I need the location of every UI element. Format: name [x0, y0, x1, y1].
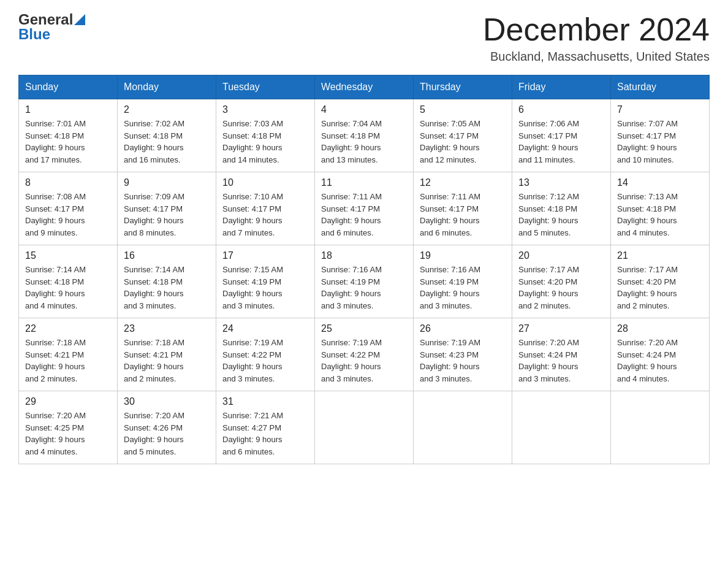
day-info: Sunrise: 7:21 AM Sunset: 4:27 PM Dayligh…	[222, 410, 308, 458]
day-info: Sunrise: 7:20 AM Sunset: 4:24 PM Dayligh…	[518, 337, 604, 385]
page-header: General Blue December 2024 Buckland, Mas…	[18, 12, 710, 64]
day-number: 5	[420, 104, 506, 115]
day-info: Sunrise: 7:01 AM Sunset: 4:18 PM Dayligh…	[25, 118, 111, 166]
day-info: Sunrise: 7:09 AM Sunset: 4:17 PM Dayligh…	[124, 191, 210, 239]
calendar-cell: 31 Sunrise: 7:21 AM Sunset: 4:27 PM Dayl…	[216, 391, 315, 464]
calendar-cell: 10 Sunrise: 7:10 AM Sunset: 4:17 PM Dayl…	[216, 172, 315, 245]
day-number: 17	[222, 250, 308, 261]
calendar-cell: 19 Sunrise: 7:16 AM Sunset: 4:19 PM Dayl…	[414, 245, 512, 318]
day-info: Sunrise: 7:18 AM Sunset: 4:21 PM Dayligh…	[124, 337, 210, 385]
day-info: Sunrise: 7:12 AM Sunset: 4:18 PM Dayligh…	[518, 191, 604, 239]
weekday-header-row: SundayMondayTuesdayWednesdayThursdayFrid…	[19, 75, 710, 99]
day-number: 11	[321, 177, 407, 188]
day-info: Sunrise: 7:17 AM Sunset: 4:20 PM Dayligh…	[518, 264, 604, 312]
day-info: Sunrise: 7:14 AM Sunset: 4:18 PM Dayligh…	[25, 264, 111, 312]
calendar-cell: 24 Sunrise: 7:19 AM Sunset: 4:22 PM Dayl…	[216, 318, 315, 391]
calendar-cell: 11 Sunrise: 7:11 AM Sunset: 4:17 PM Dayl…	[315, 172, 414, 245]
calendar-week-row-5: 29 Sunrise: 7:20 AM Sunset: 4:25 PM Dayl…	[19, 391, 710, 464]
calendar-cell: 22 Sunrise: 7:18 AM Sunset: 4:21 PM Dayl…	[19, 318, 118, 391]
calendar-cell: 17 Sunrise: 7:15 AM Sunset: 4:19 PM Dayl…	[216, 245, 315, 318]
calendar-cell: 12 Sunrise: 7:11 AM Sunset: 4:17 PM Dayl…	[414, 172, 512, 245]
day-info: Sunrise: 7:19 AM Sunset: 4:23 PM Dayligh…	[420, 337, 506, 385]
calendar-cell	[512, 391, 611, 464]
day-number: 29	[25, 396, 111, 407]
calendar-cell: 6 Sunrise: 7:06 AM Sunset: 4:17 PM Dayli…	[512, 99, 611, 172]
day-number: 3	[222, 104, 308, 115]
calendar-cell: 5 Sunrise: 7:05 AM Sunset: 4:17 PM Dayli…	[414, 99, 512, 172]
calendar-cell: 2 Sunrise: 7:02 AM Sunset: 4:18 PM Dayli…	[118, 99, 216, 172]
calendar-cell: 25 Sunrise: 7:19 AM Sunset: 4:22 PM Dayl…	[315, 318, 414, 391]
day-number: 30	[124, 396, 210, 407]
day-info: Sunrise: 7:11 AM Sunset: 4:17 PM Dayligh…	[420, 191, 506, 239]
day-info: Sunrise: 7:18 AM Sunset: 4:21 PM Dayligh…	[25, 337, 111, 385]
day-number: 26	[420, 323, 506, 334]
day-number: 7	[617, 104, 703, 115]
logo-triangle-icon	[74, 14, 85, 25]
day-number: 22	[25, 323, 111, 334]
day-info: Sunrise: 7:20 AM Sunset: 4:26 PM Dayligh…	[124, 410, 210, 458]
day-info: Sunrise: 7:06 AM Sunset: 4:17 PM Dayligh…	[518, 118, 604, 166]
day-number: 1	[25, 104, 111, 115]
logo-blue-text: Blue	[18, 26, 50, 43]
calendar-cell: 13 Sunrise: 7:12 AM Sunset: 4:18 PM Dayl…	[512, 172, 611, 245]
day-number: 31	[222, 396, 308, 407]
weekday-header-tuesday: Tuesday	[216, 75, 315, 99]
day-number: 28	[617, 323, 703, 334]
calendar-cell: 4 Sunrise: 7:04 AM Sunset: 4:18 PM Dayli…	[315, 99, 414, 172]
day-info: Sunrise: 7:04 AM Sunset: 4:18 PM Dayligh…	[321, 118, 407, 166]
location-subtitle: Buckland, Massachusetts, United States	[483, 50, 710, 64]
calendar-cell	[414, 391, 512, 464]
calendar-week-row-4: 22 Sunrise: 7:18 AM Sunset: 4:21 PM Dayl…	[19, 318, 710, 391]
day-info: Sunrise: 7:16 AM Sunset: 4:19 PM Dayligh…	[420, 264, 506, 312]
day-info: Sunrise: 7:08 AM Sunset: 4:17 PM Dayligh…	[25, 191, 111, 239]
day-number: 14	[617, 177, 703, 188]
day-number: 13	[518, 177, 604, 188]
month-title: December 2024	[483, 12, 710, 47]
calendar-cell: 26 Sunrise: 7:19 AM Sunset: 4:23 PM Dayl…	[414, 318, 512, 391]
day-number: 8	[25, 177, 111, 188]
day-number: 4	[321, 104, 407, 115]
calendar-cell	[315, 391, 414, 464]
day-info: Sunrise: 7:05 AM Sunset: 4:17 PM Dayligh…	[420, 118, 506, 166]
day-number: 18	[321, 250, 407, 261]
day-number: 24	[222, 323, 308, 334]
calendar-week-row-2: 8 Sunrise: 7:08 AM Sunset: 4:17 PM Dayli…	[19, 172, 710, 245]
calendar-cell: 14 Sunrise: 7:13 AM Sunset: 4:18 PM Dayl…	[611, 172, 710, 245]
calendar-cell: 27 Sunrise: 7:20 AM Sunset: 4:24 PM Dayl…	[512, 318, 611, 391]
day-info: Sunrise: 7:20 AM Sunset: 4:25 PM Dayligh…	[25, 410, 111, 458]
day-info: Sunrise: 7:17 AM Sunset: 4:20 PM Dayligh…	[617, 264, 703, 312]
day-number: 15	[25, 250, 111, 261]
weekday-header-friday: Friday	[512, 75, 611, 99]
calendar-cell	[611, 391, 710, 464]
day-number: 19	[420, 250, 506, 261]
calendar-cell: 28 Sunrise: 7:20 AM Sunset: 4:24 PM Dayl…	[611, 318, 710, 391]
calendar-cell: 21 Sunrise: 7:17 AM Sunset: 4:20 PM Dayl…	[611, 245, 710, 318]
calendar-cell: 15 Sunrise: 7:14 AM Sunset: 4:18 PM Dayl…	[19, 245, 118, 318]
weekday-header-monday: Monday	[118, 75, 216, 99]
day-info: Sunrise: 7:16 AM Sunset: 4:19 PM Dayligh…	[321, 264, 407, 312]
calendar-cell: 1 Sunrise: 7:01 AM Sunset: 4:18 PM Dayli…	[19, 99, 118, 172]
calendar-cell: 20 Sunrise: 7:17 AM Sunset: 4:20 PM Dayl…	[512, 245, 611, 318]
day-info: Sunrise: 7:19 AM Sunset: 4:22 PM Dayligh…	[222, 337, 308, 385]
calendar-cell: 9 Sunrise: 7:09 AM Sunset: 4:17 PM Dayli…	[118, 172, 216, 245]
svg-marker-0	[74, 14, 85, 25]
day-info: Sunrise: 7:13 AM Sunset: 4:18 PM Dayligh…	[617, 191, 703, 239]
day-number: 6	[518, 104, 604, 115]
day-info: Sunrise: 7:15 AM Sunset: 4:19 PM Dayligh…	[222, 264, 308, 312]
logo: General Blue	[18, 12, 85, 43]
day-info: Sunrise: 7:19 AM Sunset: 4:22 PM Dayligh…	[321, 337, 407, 385]
title-area: December 2024 Buckland, Massachusetts, U…	[483, 12, 710, 64]
day-info: Sunrise: 7:14 AM Sunset: 4:18 PM Dayligh…	[124, 264, 210, 312]
day-info: Sunrise: 7:10 AM Sunset: 4:17 PM Dayligh…	[222, 191, 308, 239]
day-info: Sunrise: 7:02 AM Sunset: 4:18 PM Dayligh…	[124, 118, 210, 166]
day-number: 21	[617, 250, 703, 261]
day-number: 20	[518, 250, 604, 261]
day-number: 9	[124, 177, 210, 188]
calendar-cell: 18 Sunrise: 7:16 AM Sunset: 4:19 PM Dayl…	[315, 245, 414, 318]
calendar-cell: 16 Sunrise: 7:14 AM Sunset: 4:18 PM Dayl…	[118, 245, 216, 318]
weekday-header-wednesday: Wednesday	[315, 75, 414, 99]
weekday-header-saturday: Saturday	[611, 75, 710, 99]
calendar-week-row-3: 15 Sunrise: 7:14 AM Sunset: 4:18 PM Dayl…	[19, 245, 710, 318]
calendar-cell: 7 Sunrise: 7:07 AM Sunset: 4:17 PM Dayli…	[611, 99, 710, 172]
weekday-header-thursday: Thursday	[414, 75, 512, 99]
